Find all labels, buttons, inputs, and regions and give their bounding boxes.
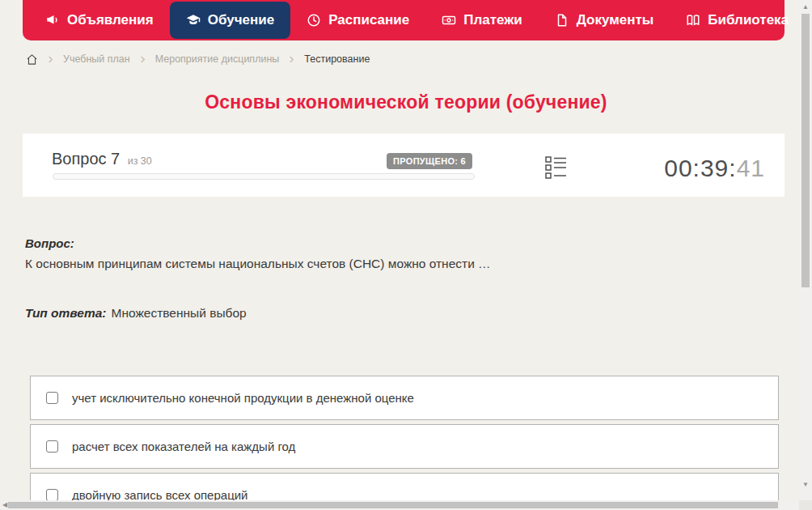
- horizontal-scrollbar-thumb[interactable]: [8, 502, 778, 508]
- option-label: учет исключительно конечной продукции в …: [72, 391, 414, 405]
- option-checkbox[interactable]: [46, 392, 58, 404]
- nav-item-schedule[interactable]: Расписание: [290, 2, 425, 39]
- chevron-right-icon: [288, 56, 295, 63]
- answer-type-row: Тип ответа:Множественный выбор: [25, 306, 247, 321]
- nav-item-payments[interactable]: Платежи: [425, 2, 539, 39]
- megaphone-icon: [45, 13, 60, 28]
- breadcrumb-item-curriculum[interactable]: Учебный план: [63, 53, 130, 65]
- nav-label: Обучение: [208, 12, 274, 28]
- quiz-page: Объявления Обучение Расписание Платежи Д…: [0, 0, 812, 510]
- vertical-scrollbar-thumb[interactable]: [801, 14, 810, 287]
- question-total: из 30: [128, 155, 152, 167]
- answer-type-label: Тип ответа:: [25, 306, 107, 320]
- option-checkbox[interactable]: [46, 440, 58, 453]
- question-text: К основным принципам системы национальны…: [25, 257, 753, 271]
- countdown-timer: 00:39:41: [664, 155, 765, 182]
- nav-label: Расписание: [328, 12, 409, 28]
- timer-hours-minutes: 00:39:: [664, 155, 736, 181]
- home-icon[interactable]: [26, 53, 38, 66]
- answer-type-value: Множественный выбор: [112, 306, 247, 320]
- quiz-progress-bar: [53, 173, 475, 180]
- nav-label: Объявления: [67, 12, 154, 28]
- chevron-right-icon: [139, 56, 146, 63]
- question-label: Вопрос:: [25, 236, 74, 250]
- breadcrumb-item-discipline-event[interactable]: Мероприятие дисциплины: [155, 53, 280, 65]
- scrollbar-corner: [799, 500, 812, 510]
- graduation-cap-icon: [186, 13, 201, 28]
- scroll-down-arrow-icon[interactable]: ▼: [799, 479, 812, 491]
- question-number: Вопрос 7: [52, 150, 120, 168]
- nav-item-learning[interactable]: Обучение: [170, 2, 290, 39]
- answer-option[interactable]: учет исключительно конечной продукции в …: [30, 376, 779, 420]
- nav-item-documents[interactable]: Документы: [539, 2, 670, 39]
- answer-option[interactable]: расчет всех показателей на каждый год: [30, 424, 779, 469]
- breadcrumb: Учебный план Мероприятие дисциплины Тест…: [26, 50, 370, 68]
- horizontal-scrollbar[interactable]: ◀ ▶: [0, 500, 812, 510]
- chevron-right-icon: [47, 56, 54, 63]
- page-title: Основы экономической теории (обучение): [0, 91, 812, 113]
- document-icon: [555, 13, 569, 28]
- option-checkbox[interactable]: [46, 489, 58, 501]
- nav-label: Библиотека: [708, 12, 789, 28]
- option-label: расчет всех показателей на каждый год: [72, 440, 295, 453]
- question-counter: Вопрос 7 из 30: [52, 150, 152, 168]
- banknote-icon: [442, 13, 456, 28]
- skipped-badge: ПРОПУЩЕНО: 6: [387, 153, 472, 169]
- nav-label: Платежи: [463, 12, 522, 28]
- breadcrumb-item-testing: Тестирование: [304, 53, 370, 65]
- clock-icon: [307, 13, 321, 28]
- quiz-header-card: Вопрос 7 из 30 ПРОПУЩЕНО: 6 00:39:41: [23, 134, 785, 197]
- nav-item-announcements[interactable]: Объявления: [29, 2, 170, 39]
- timer-seconds: 41: [737, 155, 765, 181]
- book-icon: [686, 13, 700, 28]
- vertical-scrollbar[interactable]: ▲ ▼: [799, 0, 812, 500]
- nav-item-library[interactable]: Библиотека: [670, 2, 812, 39]
- option-label: двойную запись всех операций: [72, 488, 248, 502]
- main-navbar: Объявления Обучение Расписание Платежи Д…: [23, 0, 785, 40]
- question-list-icon[interactable]: [545, 155, 567, 179]
- nav-label: Документы: [577, 12, 654, 28]
- scroll-up-arrow-icon[interactable]: ▲: [799, 2, 812, 13]
